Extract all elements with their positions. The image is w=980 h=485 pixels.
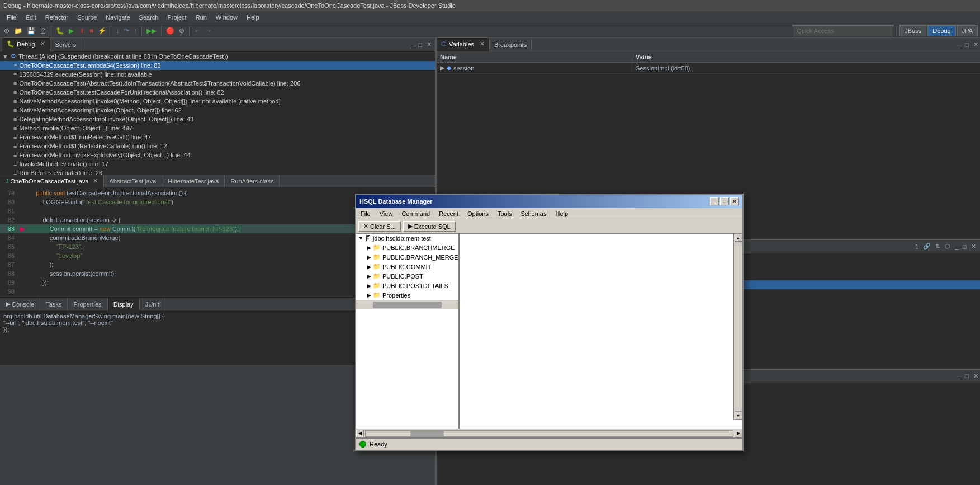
step-return-btn[interactable]: ↑ (132, 25, 139, 37)
servers-tab[interactable]: Servers (50, 38, 81, 51)
hsql-tree-post[interactable]: ▶ 📁 PUBLIC.POST (356, 271, 458, 281)
hsql-scroll-down-btn[interactable]: ▼ (735, 412, 742, 420)
print-btn[interactable]: 🖨 (38, 25, 48, 37)
debug-tab-close[interactable]: ✕ (40, 40, 45, 48)
menu-window[interactable]: Window (211, 13, 242, 22)
hsql-tree-branchmerge[interactable]: ▶ 📁 PUBLIC.BRANCHMERGE (356, 243, 458, 252)
hsql-scroll-left-btn[interactable]: ◀ (356, 430, 364, 437)
menu-edit[interactable]: Edit (21, 13, 41, 22)
breakpoints-tab[interactable]: Breakpoints (490, 38, 532, 51)
debug-tab[interactable]: 🐛 Debug ✕ (2, 38, 50, 51)
stack-frame-11[interactable]: ≡ InvokeMethod.evaluate() line: 17 (0, 159, 435, 168)
hsql-close-btn[interactable]: ✕ (730, 197, 739, 205)
hsql-menu-view[interactable]: View (375, 209, 397, 218)
hsql-clear-btn[interactable]: ✕ Clear S... (358, 221, 401, 232)
hsql-menu-recent[interactable]: Recent (434, 209, 463, 218)
hsql-scroll-right-btn[interactable]: ▶ (735, 430, 742, 437)
stack-frame-8[interactable]: ≡ FrameworkMethod$1.runReflectiveCall() … (0, 133, 435, 142)
close-editor-tab-0[interactable]: ✕ (93, 177, 98, 185)
expand-icon[interactable]: ▶ (440, 64, 444, 72)
breakpoint-btn[interactable]: 🔴 (164, 25, 176, 37)
stack-frame-10[interactable]: ≡ FrameworkMethod.invokeExplosively(Obje… (0, 150, 435, 159)
step-over-btn[interactable]: ↷ (122, 25, 131, 37)
new-btn[interactable]: ⊕ (2, 25, 11, 37)
editor-tab-2[interactable]: HibernateTest.java (162, 175, 225, 187)
minimize-outline-btn[interactable]: _ (953, 242, 960, 251)
menu-source[interactable]: Source (73, 13, 101, 22)
stack-frame-5[interactable]: ≡ NativeMethodAccessorImpl.invoke(Object… (0, 106, 435, 115)
close-vars-btn[interactable]: ✕ (972, 40, 980, 49)
suspend-btn[interactable]: ⏸ (77, 25, 87, 37)
menu-search[interactable]: Search (135, 13, 163, 22)
maximize-vars-btn[interactable]: □ (963, 40, 970, 49)
hsql-menu-command[interactable]: Command (397, 209, 434, 218)
menu-help[interactable]: Help (242, 13, 264, 22)
stack-frame-3[interactable]: ≡ OneToOneCascadeTest.testCascadeForUnid… (0, 88, 435, 97)
hsql-execute-btn[interactable]: ▶ Execute SQL (403, 221, 456, 232)
hsql-menu-options[interactable]: Options (463, 209, 493, 218)
save-btn[interactable]: 💾 (25, 25, 37, 37)
hsql-tree-root[interactable]: ▼ 🗄 jdbc:hsqldb:mem:test (356, 234, 458, 243)
disconnect-btn[interactable]: ⚡ (96, 25, 108, 37)
resume-btn[interactable]: ▶▶ (145, 25, 158, 37)
maximize-debug-btn[interactable]: □ (416, 40, 424, 49)
hsql-tree-postdetails[interactable]: ▶ 📁 PUBLIC.POSTDETAILS (356, 281, 458, 290)
stack-frame-12[interactable]: ≡ RunBefores.evaluate() line: 26 (0, 168, 435, 175)
maximize-bottom-btn[interactable]: □ (963, 372, 970, 380)
hsql-vscroll[interactable]: ▲ ▼ (733, 234, 742, 420)
fields-btn[interactable]: ⬡ (943, 242, 952, 251)
variables-tab[interactable]: ⬡ Variables ✕ (437, 38, 490, 51)
hsql-tree-branch-merge-c[interactable]: ▶ 📁 PUBLIC.BRANCH_MERGE_C (356, 252, 458, 262)
hsql-tree-properties[interactable]: ▶ 📁 Properties (356, 290, 458, 300)
hsql-tree-hscroll[interactable] (356, 300, 458, 309)
hsql-scroll-up-btn[interactable]: ▲ (735, 234, 742, 242)
hsql-maximize-btn[interactable]: □ (720, 197, 729, 205)
editor-tab-3[interactable]: RunAfters.class (225, 175, 280, 187)
maximize-outline-btn[interactable]: □ (961, 242, 968, 251)
terminate-btn[interactable]: ■ (88, 25, 95, 37)
skip-btn[interactable]: ⊘ (177, 25, 186, 37)
menu-refactor[interactable]: Refactor (41, 13, 73, 22)
hsql-editor-area[interactable]: ▲ ▼ (460, 234, 742, 429)
editor-tab-1[interactable]: AbstractTest.java (104, 175, 163, 187)
close-debug-btn[interactable]: ✕ (425, 40, 433, 49)
stack-frame-4[interactable]: ≡ NativeMethodAccessorImpl.invoke0(Metho… (0, 97, 435, 106)
forward-btn[interactable]: → (203, 25, 214, 37)
menu-project[interactable]: Project (163, 13, 191, 22)
quick-access-input[interactable] (793, 25, 893, 36)
sort-btn[interactable]: ⇅ (934, 242, 942, 251)
hsql-menu-help[interactable]: Help (551, 209, 572, 218)
var-row-session[interactable]: ▶ ◆ session SessionImpl (id=58) (437, 63, 980, 74)
hsql-tree-commit[interactable]: ▶ 📁 PUBLIC.COMMIT (356, 262, 458, 271)
jboss-perspective-btn[interactable]: JBoss (899, 25, 926, 36)
minimize-bottom-btn[interactable]: _ (955, 372, 962, 380)
collapse-all-btn[interactable]: ⤵ (913, 242, 920, 251)
menu-run[interactable]: Run (191, 13, 211, 22)
hsql-menu-tools[interactable]: Tools (493, 209, 517, 218)
stack-frame-2[interactable]: ≡ OneToOneCascadeTest(AbstractTest).doIn… (0, 79, 435, 88)
close-outline-btn[interactable]: ✕ (969, 242, 978, 251)
hsql-bottom-scroll[interactable]: ◀ ▶ (356, 429, 742, 437)
stack-frame-1[interactable]: ≡ 1356054329.execute(Session) line: not … (0, 70, 435, 79)
back-btn[interactable]: ← (192, 25, 202, 37)
hsql-menu-file[interactable]: File (356, 209, 375, 218)
jpa-perspective-btn[interactable]: JPA (957, 25, 978, 36)
run-btn[interactable]: ▶ (67, 25, 75, 37)
display-tab[interactable]: Display (108, 298, 140, 310)
stack-frame-7[interactable]: ≡ Method.invoke(Object, Object...) line:… (0, 124, 435, 133)
stack-frame-0[interactable]: ≡ OneToOneCascadeTest.lambda$4(Session) … (0, 61, 435, 70)
hsql-tree-hscroll-thumb[interactable] (373, 302, 442, 308)
link-editor-btn[interactable]: 🔗 (921, 242, 932, 251)
minimize-debug-btn[interactable]: _ (409, 40, 415, 49)
variables-tab-close[interactable]: ✕ (480, 40, 485, 48)
open-btn[interactable]: 📁 (12, 25, 24, 37)
minimize-vars-btn[interactable]: _ (955, 40, 962, 49)
menu-navigate[interactable]: Navigate (101, 13, 134, 22)
stack-frame-9[interactable]: ≡ FrameworkMethod$1(ReflectiveCallable).… (0, 142, 435, 150)
step-into-btn[interactable]: ↓ (114, 25, 121, 37)
thread-panel[interactable]: ▼ ⚙ Thread [Alice] (Suspended (breakpoin… (0, 51, 435, 175)
debug-btn[interactable]: 🐛 (54, 25, 66, 37)
debug-perspective-btn[interactable]: Debug (927, 25, 955, 36)
hsql-bottom-thumb[interactable] (410, 431, 444, 437)
junit-tab[interactable]: JUnit (140, 298, 165, 310)
